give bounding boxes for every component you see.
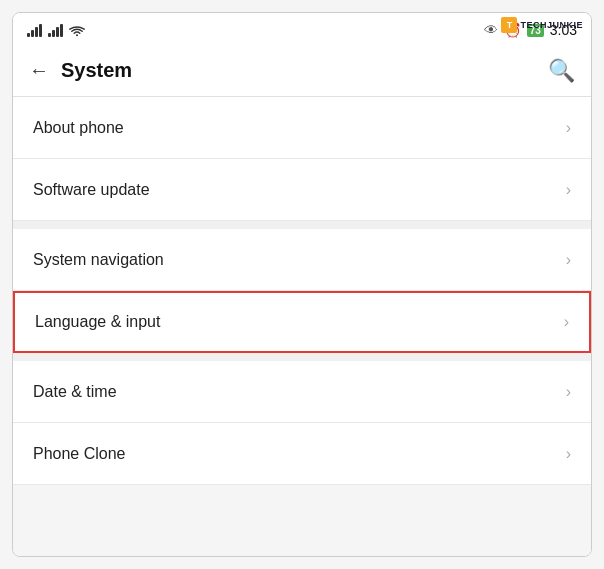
menu-item-software-update[interactable]: Software update› <box>13 159 591 221</box>
watermark-label: TECHJUNKIE <box>520 20 583 30</box>
menu-item-system-navigation[interactable]: System navigation› <box>13 229 591 291</box>
header: ← System 🔍 <box>13 45 591 97</box>
chevron-icon-about-phone: › <box>566 119 571 137</box>
menu-item-label-software-update: Software update <box>33 181 150 199</box>
header-left: ← System <box>29 59 132 82</box>
page-title: System <box>61 59 132 82</box>
menu-item-about-phone[interactable]: About phone› <box>13 97 591 159</box>
menu-item-language-input[interactable]: Language & input› <box>13 291 591 353</box>
chevron-icon-phone-clone: › <box>566 445 571 463</box>
divider <box>13 353 591 361</box>
menu-item-label-system-navigation: System navigation <box>33 251 164 269</box>
menu-item-label-phone-clone: Phone Clone <box>33 445 126 463</box>
menu-item-label-language-input: Language & input <box>35 313 160 331</box>
menu-item-date-time[interactable]: Date & time› <box>13 361 591 423</box>
chevron-icon-date-time: › <box>566 383 571 401</box>
signal-icon-2 <box>48 23 63 37</box>
menu-item-label-about-phone: About phone <box>33 119 124 137</box>
back-button[interactable]: ← <box>29 59 49 82</box>
search-button[interactable]: 🔍 <box>548 58 575 84</box>
eye-icon: 👁 <box>484 22 498 38</box>
watermark-logo: T <box>501 17 517 33</box>
phone-container: T TECHJUNKIE 👁 <box>12 12 592 557</box>
status-left <box>27 23 85 37</box>
menu-item-label-date-time: Date & time <box>33 383 117 401</box>
chevron-icon-system-navigation: › <box>566 251 571 269</box>
signal-icon-1 <box>27 23 42 37</box>
chevron-icon-software-update: › <box>566 181 571 199</box>
wifi-icon <box>69 24 85 36</box>
watermark: T TECHJUNKIE <box>501 17 583 33</box>
menu-item-phone-clone[interactable]: Phone Clone› <box>13 423 591 485</box>
menu-list: About phone›Software update›System navig… <box>13 97 591 556</box>
divider <box>13 221 591 229</box>
chevron-icon-language-input: › <box>564 313 569 331</box>
